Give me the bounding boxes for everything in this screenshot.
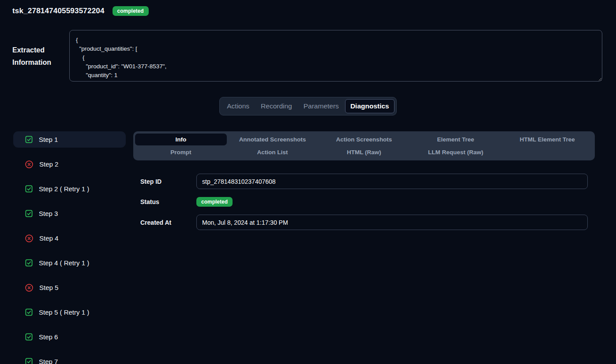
created-at-row: Created At <box>140 215 588 230</box>
step-id-row: Step ID <box>140 174 588 189</box>
step-error-icon <box>25 160 34 169</box>
step-label: Step 5 ( Retry 1 ) <box>39 308 89 316</box>
step-item-8[interactable]: Step 5 ( Retry 1 ) <box>13 304 126 320</box>
step-success-icon <box>25 259 33 267</box>
step-item-6[interactable]: Step 4 ( Retry 1 ) <box>13 255 126 271</box>
step-label: Step 6 <box>39 333 58 341</box>
tab-diagnostics[interactable]: Diagnostics <box>345 99 394 113</box>
extracted-information-section: Extracted Information { "product_quantit… <box>12 30 602 82</box>
step-list: Step 1 Step 2 Step 2 ( Retry 1 ) Step 3 … <box>13 131 126 364</box>
extracted-information-textarea[interactable]: { "product_quantities": [ { "product_id"… <box>69 30 602 82</box>
step-item-7[interactable]: Step 5 <box>13 279 126 296</box>
subtab-html-raw[interactable]: HTML (Raw) <box>318 146 410 158</box>
task-id-title: tsk_278147405593572204 <box>12 7 105 15</box>
step-success-icon <box>25 135 33 144</box>
step-item-4[interactable]: Step 3 <box>13 205 126 222</box>
step-success-icon <box>25 357 33 364</box>
subtab-llm-request-raw[interactable]: LLM Request (Raw) <box>410 146 502 158</box>
step-item-3[interactable]: Step 2 ( Retry 1 ) <box>13 181 126 197</box>
step-item-5[interactable]: Step 4 <box>13 230 126 246</box>
step-label: Step 2 ( Retry 1 ) <box>39 185 89 193</box>
status-row: Status completed <box>140 197 588 207</box>
step-success-icon <box>25 308 33 316</box>
step-item-9[interactable]: Step 6 <box>13 329 126 345</box>
tab-actions[interactable]: Actions <box>222 99 255 113</box>
status-label: Status <box>140 198 196 205</box>
step-item-2[interactable]: Step 2 <box>13 156 126 172</box>
step-id-input[interactable] <box>196 174 588 189</box>
step-success-icon <box>25 333 33 341</box>
task-status-badge: completed <box>113 6 149 16</box>
created-at-input[interactable] <box>196 215 588 230</box>
extracted-information-label: Extracted Information <box>12 30 69 69</box>
step-label: Step 4 ( Retry 1 ) <box>39 259 89 267</box>
step-label: Step 5 <box>39 284 58 291</box>
subtab-action-screenshots[interactable]: Action Screenshots <box>318 134 410 145</box>
content: Step 1 Step 2 Step 2 ( Retry 1 ) Step 3 … <box>0 131 616 364</box>
step-label: Step 4 <box>39 234 58 242</box>
subtab-html-element-tree[interactable]: HTML Element Tree <box>501 134 593 145</box>
created-at-label: Created At <box>140 219 196 226</box>
step-id-label: Step ID <box>140 178 196 185</box>
tab-parameters[interactable]: Parameters <box>298 99 344 113</box>
subtab-info[interactable]: Info <box>135 134 227 145</box>
step-item-10[interactable]: Step 7 <box>13 353 126 364</box>
subtab-action-list[interactable]: Action List <box>227 146 319 158</box>
step-label: Step 7 <box>39 358 58 364</box>
step-item-1[interactable]: Step 1 <box>13 131 126 148</box>
info-fields: Step ID Status completed Created At <box>133 174 595 230</box>
step-label: Step 3 <box>39 210 58 217</box>
diagnostics-panel: Info Annotated Screenshots Action Screen… <box>133 131 595 364</box>
step-label: Step 2 <box>39 160 58 168</box>
subtab-prompt[interactable]: Prompt <box>135 146 227 158</box>
main-tab-bar: Actions Recording Parameters Diagnostics <box>219 97 396 115</box>
step-error-icon <box>25 283 34 292</box>
step-success-icon <box>25 209 33 218</box>
subtab-element-tree[interactable]: Element Tree <box>410 134 502 145</box>
header: tsk_278147405593572204 completed <box>0 0 616 16</box>
diagnostics-subtab-bar: Info Annotated Screenshots Action Screen… <box>133 131 595 160</box>
step-status-badge: completed <box>196 197 233 207</box>
tab-recording[interactable]: Recording <box>255 99 297 113</box>
subtab-annotated-screenshots[interactable]: Annotated Screenshots <box>227 134 319 145</box>
main-tabs-row: Actions Recording Parameters Diagnostics <box>0 97 616 115</box>
step-success-icon <box>25 185 33 193</box>
step-error-icon <box>25 234 34 243</box>
step-label: Step 1 <box>39 136 58 143</box>
